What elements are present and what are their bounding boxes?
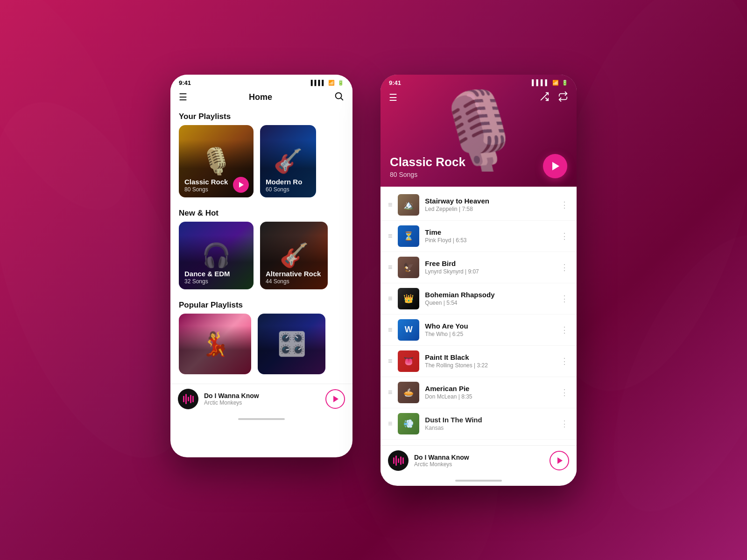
song-title-time: Time xyxy=(425,228,555,236)
song-info-freebird: Free Bird Lynyrd Skynyrd | 9:07 xyxy=(425,259,555,275)
card-modern-count: 60 Songs xyxy=(266,186,302,193)
card-modern-rock[interactable]: 🎸 Modern Ro 60 Songs xyxy=(260,125,316,197)
now-playing-bar-1[interactable]: Do I Wanna Know Arctic Monkeys xyxy=(170,384,352,414)
play-classic-btn[interactable] xyxy=(233,177,249,193)
signal-icon: ▌▌▌▌ xyxy=(311,80,325,85)
song-more-freebird[interactable]: ⋮ xyxy=(560,262,569,273)
drag-handle-2: ≡ xyxy=(388,232,392,240)
song-more-american[interactable]: ⋮ xyxy=(560,387,569,398)
time-2: 9:41 xyxy=(389,79,401,86)
card-info-classic: Classic Rock 80 Songs xyxy=(184,178,228,193)
np-info-2: Do I Wanna Know Arctic Monkeys xyxy=(414,454,550,468)
song-more-paint[interactable]: ⋮ xyxy=(560,356,569,366)
status-icons-1: ▌▌▌▌ 📶 🔋 xyxy=(311,80,344,86)
np-artist-1: Arctic Monkeys xyxy=(204,399,325,406)
song-item-dust[interactable]: ≡ 💨 Dust In The Wind Kansas ⋮ xyxy=(381,408,577,440)
song-item-time[interactable]: ≡ ⏳ Time Pink Floyd | 6:53 ⋮ xyxy=(381,221,577,252)
thumb-freebird: 🦅 xyxy=(398,257,419,278)
popular-playlists-title: Popular Playlists xyxy=(170,296,352,314)
your-playlists-title: Your Playlists xyxy=(170,107,352,125)
thumb-dust: 💨 xyxy=(398,413,419,434)
home-title: Home xyxy=(249,92,272,102)
menu-icon-2[interactable]: ☰ xyxy=(389,92,397,103)
play-all-btn[interactable] xyxy=(543,154,567,178)
thumb-stairway: 🏔️ xyxy=(398,194,419,216)
your-playlists-row: 🎙️ Classic Rock 80 Songs 🎸 Modern Ro 60 … xyxy=(170,125,352,204)
svg-point-4 xyxy=(0,0,161,234)
song-item-freebird[interactable]: ≡ 🦅 Free Bird Lynyrd Skynyrd | 9:07 ⋮ xyxy=(381,252,577,283)
card-pop1[interactable]: 💃 xyxy=(179,314,251,374)
song-item-american[interactable]: ≡ 🥧 American Pie Don McLean | 8:35 ⋮ xyxy=(381,377,577,408)
np-title-2: Do I Wanna Know xyxy=(414,454,550,461)
home-bar-2 xyxy=(455,480,502,482)
phone-playlist: 🎙️ 9:41 ▌▌▌▌ 📶 🔋 ☰ xyxy=(381,75,577,486)
card-alt-rock[interactable]: 🎸 Alternative Rock 44 Songs xyxy=(260,222,328,289)
thumb-bohemian: 👑 xyxy=(398,288,419,309)
song-title-bohemian: Bohemian Rhapsody xyxy=(425,291,555,299)
song-list: ≡ 🏔️ Stairway to Heaven Led Zeppelin | 7… xyxy=(381,187,577,442)
song-title-dust: Dust In The Wind xyxy=(425,416,555,424)
song-title-american: American Pie xyxy=(425,385,555,392)
card-dance-name: Dance & EDM xyxy=(184,270,230,278)
song-more-who[interactable]: ⋮ xyxy=(560,325,569,335)
np-play-btn-1[interactable] xyxy=(325,389,345,409)
menu-icon-1[interactable]: ☰ xyxy=(179,91,187,103)
song-more-time[interactable]: ⋮ xyxy=(560,231,569,241)
playlist-header: 🎙️ 9:41 ▌▌▌▌ 📶 🔋 ☰ xyxy=(381,75,577,187)
card-alt-name: Alternative Rock xyxy=(266,270,321,278)
drag-handle-6: ≡ xyxy=(388,357,392,365)
svg-point-3 xyxy=(578,210,747,536)
card-dance-count: 32 Songs xyxy=(184,278,230,285)
song-item-who[interactable]: ≡ W Who Are You The Who | 6:25 ⋮ xyxy=(381,315,577,346)
np-artist-2: Arctic Monkeys xyxy=(414,461,550,468)
popular-row: 💃 🎛️ xyxy=(170,314,352,381)
card-classic-rock[interactable]: 🎙️ Classic Rock 80 Songs xyxy=(179,125,254,197)
battery-icon: 🔋 xyxy=(338,80,344,86)
status-bar-1: 9:41 ▌▌▌▌ 📶 🔋 xyxy=(170,75,352,88)
card-pop2[interactable]: 🎛️ xyxy=(258,314,325,374)
card-alt-count: 44 Songs xyxy=(266,278,321,285)
playlist-info: Classic Rock 80 Songs xyxy=(390,155,539,178)
phone-home: 9:41 ▌▌▌▌ 📶 🔋 ☰ Home Your Playlists 🎙 xyxy=(170,75,352,457)
battery-icon-2: 🔋 xyxy=(562,80,568,86)
song-meta-time: Pink Floyd | 6:53 xyxy=(425,237,555,244)
drag-handle-4: ≡ xyxy=(388,294,392,303)
song-more-stairway[interactable]: ⋮ xyxy=(560,200,569,210)
home-bar-1 xyxy=(238,418,285,420)
song-info-time: Time Pink Floyd | 6:53 xyxy=(425,228,555,244)
phones-container: 9:41 ▌▌▌▌ 📶 🔋 ☰ Home Your Playlists 🎙 xyxy=(170,75,577,486)
search-icon-1[interactable] xyxy=(334,91,344,104)
card-classic-count: 80 Songs xyxy=(184,186,228,193)
wifi-icon-2: 📶 xyxy=(552,80,559,86)
nav-bar-2: ☰ xyxy=(381,91,577,104)
status-icons-2: ▌▌▌▌ 📶 🔋 xyxy=(532,79,568,86)
song-info-who: Who Are You The Who | 6:25 xyxy=(425,322,555,337)
playlist-name: Classic Rock xyxy=(390,155,539,169)
song-more-dust[interactable]: ⋮ xyxy=(560,419,569,429)
new-hot-title: New & Hot xyxy=(170,204,352,222)
np-avatar-2 xyxy=(388,450,409,471)
song-item-stairway[interactable]: ≡ 🏔️ Stairway to Heaven Led Zeppelin | 7… xyxy=(381,189,577,221)
card-dance-edm[interactable]: 🎧 Dance & EDM 32 Songs xyxy=(179,222,254,289)
drag-handle-3: ≡ xyxy=(388,263,392,272)
song-meta-stairway: Led Zeppelin | 7:58 xyxy=(425,206,555,212)
waveform-icon xyxy=(183,394,194,404)
np-info-1: Do I Wanna Know Arctic Monkeys xyxy=(204,392,325,406)
now-playing-bar-2[interactable]: Do I Wanna Know Arctic Monkeys xyxy=(381,445,577,476)
song-item-bohemian[interactable]: ≡ 👑 Bohemian Rhapsody Queen | 5:54 ⋮ xyxy=(381,283,577,315)
repeat-icon[interactable] xyxy=(558,91,568,104)
nav-bar-1: ☰ Home xyxy=(170,88,352,107)
song-title-paint: Paint It Black xyxy=(425,353,555,361)
song-item-paint[interactable]: ≡ 👅 Paint It Black The Rolling Stones | … xyxy=(381,346,577,377)
thumb-paint: 👅 xyxy=(398,350,419,372)
song-meta-freebird: Lynyrd Skynyrd | 9:07 xyxy=(425,268,555,275)
song-title-freebird: Free Bird xyxy=(425,259,555,267)
home-indicator-1 xyxy=(170,414,352,424)
song-more-bohemian[interactable]: ⋮ xyxy=(560,294,569,304)
time-1: 9:41 xyxy=(179,79,191,86)
card-classic-name: Classic Rock xyxy=(184,178,228,186)
np-play-btn-2[interactable] xyxy=(550,451,569,470)
shuffle-icon[interactable] xyxy=(539,91,550,104)
drag-handle-1: ≡ xyxy=(388,201,392,209)
card-info-modern: Modern Ro 60 Songs xyxy=(266,178,302,193)
